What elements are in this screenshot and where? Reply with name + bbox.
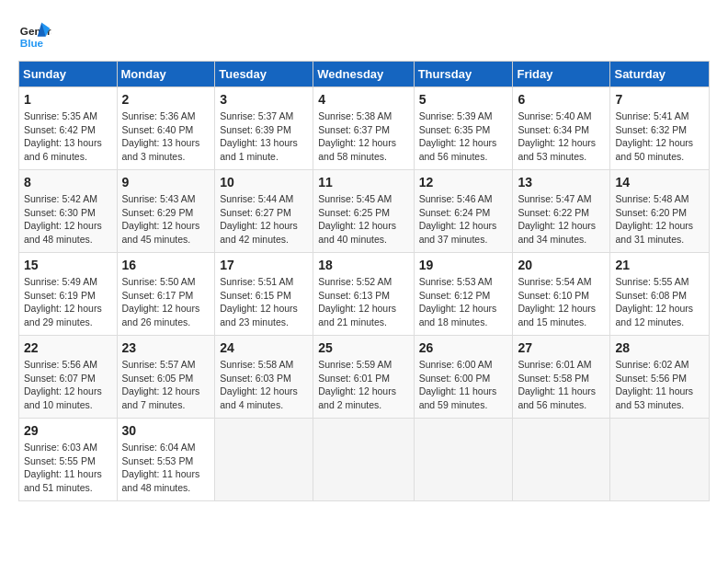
day-cell-24: 24 Sunrise: 5:58 AMSunset: 6:03 PMDaylig…: [215, 336, 313, 419]
day-info: Sunrise: 5:58 AMSunset: 6:03 PMDaylight:…: [220, 359, 298, 410]
day-number: 16: [122, 258, 210, 272]
day-number: 1: [24, 92, 112, 107]
day-cell-11: 11 Sunrise: 5:45 AMSunset: 6:25 PMDaylig…: [313, 170, 414, 253]
day-cell-20: 20 Sunrise: 5:54 AMSunset: 6:10 PMDaylig…: [513, 253, 610, 336]
day-number: 29: [24, 423, 112, 438]
day-cell-30: 30 Sunrise: 6:04 AMSunset: 5:53 PMDaylig…: [117, 419, 215, 501]
day-number: 19: [419, 258, 508, 272]
day-info: Sunrise: 6:02 AMSunset: 5:56 PMDaylight:…: [615, 359, 693, 410]
header-thursday: Thursday: [414, 62, 513, 87]
calendar-table: SundayMondayTuesdayWednesdayThursdayFrid…: [18, 61, 710, 501]
day-info: Sunrise: 5:59 AMSunset: 6:01 PMDaylight:…: [318, 359, 396, 410]
day-cell-22: 22 Sunrise: 5:56 AMSunset: 6:07 PMDaylig…: [19, 336, 118, 419]
day-cell-16: 16 Sunrise: 5:50 AMSunset: 6:17 PMDaylig…: [117, 253, 215, 336]
day-number: 22: [24, 340, 112, 355]
empty-cell: [414, 419, 513, 501]
day-number: 30: [122, 423, 210, 438]
day-cell-17: 17 Sunrise: 5:51 AMSunset: 6:15 PMDaylig…: [215, 253, 313, 336]
day-cell-14: 14 Sunrise: 5:48 AMSunset: 6:20 PMDaylig…: [610, 170, 710, 253]
day-number: 25: [318, 340, 408, 355]
header-friday: Friday: [513, 62, 610, 87]
day-info: Sunrise: 5:52 AMSunset: 6:13 PMDaylight:…: [318, 276, 396, 327]
day-info: Sunrise: 5:40 AMSunset: 6:34 PMDaylight:…: [518, 110, 596, 162]
day-info: Sunrise: 6:03 AMSunset: 5:55 PMDaylight:…: [24, 442, 102, 493]
day-number: 4: [318, 92, 408, 107]
day-info: Sunrise: 5:39 AMSunset: 6:35 PMDaylight:…: [419, 110, 497, 162]
calendar-header-row: SundayMondayTuesdayWednesdayThursdayFrid…: [19, 62, 710, 87]
logo: General Blue: [18, 18, 57, 52]
day-cell-28: 28 Sunrise: 6:02 AMSunset: 5:56 PMDaylig…: [610, 336, 710, 419]
day-number: 20: [518, 258, 605, 272]
day-cell-7: 7 Sunrise: 5:41 AMSunset: 6:32 PMDayligh…: [610, 87, 710, 170]
empty-cell: [513, 419, 610, 501]
day-cell-27: 27 Sunrise: 6:01 AMSunset: 5:58 PMDaylig…: [513, 336, 610, 419]
day-cell-2: 2 Sunrise: 5:36 AMSunset: 6:40 PMDayligh…: [117, 87, 215, 170]
day-info: Sunrise: 5:38 AMSunset: 6:37 PMDaylight:…: [318, 110, 396, 162]
day-cell-23: 23 Sunrise: 5:57 AMSunset: 6:05 PMDaylig…: [117, 336, 215, 419]
day-info: Sunrise: 5:50 AMSunset: 6:17 PMDaylight:…: [122, 276, 200, 327]
header-tuesday: Tuesday: [215, 62, 313, 87]
day-number: 28: [615, 340, 704, 355]
day-number: 15: [24, 258, 112, 272]
page-header: General Blue: [18, 18, 710, 52]
day-info: Sunrise: 5:45 AMSunset: 6:25 PMDaylight:…: [318, 193, 396, 245]
header-sunday: Sunday: [19, 62, 118, 87]
day-info: Sunrise: 5:57 AMSunset: 6:05 PMDaylight:…: [122, 359, 200, 410]
day-number: 14: [615, 175, 704, 190]
calendar-body: 1 Sunrise: 5:35 AMSunset: 6:42 PMDayligh…: [19, 87, 710, 501]
day-cell-5: 5 Sunrise: 5:39 AMSunset: 6:35 PMDayligh…: [414, 87, 513, 170]
week-row-2: 8 Sunrise: 5:42 AMSunset: 6:30 PMDayligh…: [19, 170, 710, 253]
day-number: 18: [318, 258, 408, 272]
day-cell-25: 25 Sunrise: 5:59 AMSunset: 6:01 PMDaylig…: [313, 336, 414, 419]
day-cell-3: 3 Sunrise: 5:37 AMSunset: 6:39 PMDayligh…: [215, 87, 313, 170]
day-number: 5: [419, 92, 508, 107]
week-row-1: 1 Sunrise: 5:35 AMSunset: 6:42 PMDayligh…: [19, 87, 710, 170]
day-info: Sunrise: 6:00 AMSunset: 6:00 PMDaylight:…: [419, 359, 497, 410]
day-cell-13: 13 Sunrise: 5:47 AMSunset: 6:22 PMDaylig…: [513, 170, 610, 253]
day-number: 21: [615, 258, 704, 272]
day-cell-12: 12 Sunrise: 5:46 AMSunset: 6:24 PMDaylig…: [414, 170, 513, 253]
day-number: 8: [24, 175, 112, 190]
day-cell-8: 8 Sunrise: 5:42 AMSunset: 6:30 PMDayligh…: [19, 170, 118, 253]
day-info: Sunrise: 5:42 AMSunset: 6:30 PMDaylight:…: [24, 193, 102, 245]
day-info: Sunrise: 5:41 AMSunset: 6:32 PMDaylight:…: [615, 110, 693, 162]
day-cell-18: 18 Sunrise: 5:52 AMSunset: 6:13 PMDaylig…: [313, 253, 414, 336]
day-info: Sunrise: 5:44 AMSunset: 6:27 PMDaylight:…: [220, 193, 298, 245]
day-number: 26: [419, 340, 508, 355]
day-number: 23: [122, 340, 210, 355]
day-info: Sunrise: 5:54 AMSunset: 6:10 PMDaylight:…: [518, 276, 596, 327]
week-row-5: 29 Sunrise: 6:03 AMSunset: 5:55 PMDaylig…: [19, 419, 710, 501]
day-info: Sunrise: 6:01 AMSunset: 5:58 PMDaylight:…: [518, 359, 596, 410]
day-cell-9: 9 Sunrise: 5:43 AMSunset: 6:29 PMDayligh…: [117, 170, 215, 253]
day-number: 6: [518, 92, 605, 107]
header-wednesday: Wednesday: [313, 62, 414, 87]
day-cell-10: 10 Sunrise: 5:44 AMSunset: 6:27 PMDaylig…: [215, 170, 313, 253]
day-info: Sunrise: 5:47 AMSunset: 6:22 PMDaylight:…: [518, 193, 596, 245]
day-cell-26: 26 Sunrise: 6:00 AMSunset: 6:00 PMDaylig…: [414, 336, 513, 419]
day-number: 11: [318, 175, 408, 190]
day-number: 24: [220, 340, 308, 355]
day-info: Sunrise: 5:49 AMSunset: 6:19 PMDaylight:…: [24, 276, 102, 327]
week-row-4: 22 Sunrise: 5:56 AMSunset: 6:07 PMDaylig…: [19, 336, 710, 419]
logo-icon: General Blue: [18, 18, 51, 52]
day-number: 3: [220, 92, 308, 107]
day-info: Sunrise: 6:04 AMSunset: 5:53 PMDaylight:…: [122, 442, 200, 493]
day-info: Sunrise: 5:37 AMSunset: 6:39 PMDaylight:…: [220, 110, 298, 162]
day-number: 10: [220, 175, 308, 190]
day-info: Sunrise: 5:35 AMSunset: 6:42 PMDaylight:…: [24, 110, 102, 162]
day-info: Sunrise: 5:43 AMSunset: 6:29 PMDaylight:…: [122, 193, 200, 245]
day-number: 2: [122, 92, 210, 107]
day-cell-29: 29 Sunrise: 6:03 AMSunset: 5:55 PMDaylig…: [19, 419, 118, 501]
day-number: 7: [615, 92, 704, 107]
day-cell-19: 19 Sunrise: 5:53 AMSunset: 6:12 PMDaylig…: [414, 253, 513, 336]
day-number: 12: [419, 175, 508, 190]
day-info: Sunrise: 5:36 AMSunset: 6:40 PMDaylight:…: [122, 110, 200, 162]
day-info: Sunrise: 5:51 AMSunset: 6:15 PMDaylight:…: [220, 276, 298, 327]
header-monday: Monday: [117, 62, 215, 87]
day-info: Sunrise: 5:56 AMSunset: 6:07 PMDaylight:…: [24, 359, 102, 410]
week-row-3: 15 Sunrise: 5:49 AMSunset: 6:19 PMDaylig…: [19, 253, 710, 336]
day-cell-1: 1 Sunrise: 5:35 AMSunset: 6:42 PMDayligh…: [19, 87, 118, 170]
svg-text:Blue: Blue: [20, 37, 44, 49]
day-info: Sunrise: 5:48 AMSunset: 6:20 PMDaylight:…: [615, 193, 693, 245]
day-number: 17: [220, 258, 308, 272]
